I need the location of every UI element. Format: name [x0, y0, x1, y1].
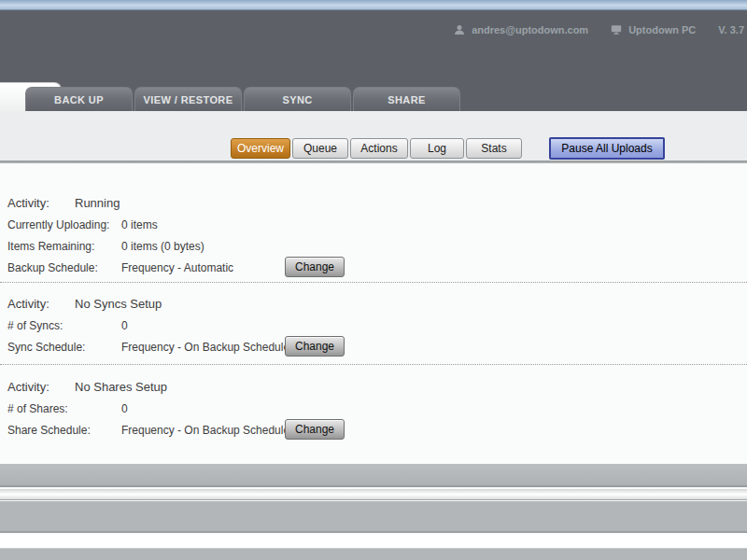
- tab-view-restore-label: VIEW / RESTORE: [144, 94, 233, 105]
- change-backup-schedule-button[interactable]: Change: [285, 257, 345, 277]
- row-label: Sync Schedule:: [7, 341, 121, 354]
- activity-label: Activity:: [7, 196, 56, 210]
- backup-activity-line: Activity:Running: [7, 196, 530, 210]
- change-share-schedule-button[interactable]: Change: [285, 419, 345, 440]
- row-label: Share Schedule:: [7, 424, 121, 437]
- bottom-status-bar: [0, 548, 747, 560]
- row-value: 0: [121, 402, 128, 415]
- section-divider: [0, 364, 747, 365]
- subtab-overview[interactable]: Overview: [231, 138, 290, 159]
- activity-label: Activity:: [7, 297, 56, 311]
- pause-all-uploads-button[interactable]: Pause All Uploads: [549, 137, 665, 160]
- share-activity-line: Activity:No Shares Setup: [7, 380, 530, 394]
- subtab-actions[interactable]: Actions: [350, 138, 408, 159]
- row-value: 0 items (0 bytes): [121, 240, 204, 253]
- row-label: # of Shares:: [7, 402, 121, 415]
- row-value: Frequency - Automatic: [121, 261, 233, 274]
- row-label: Items Remaining:: [7, 240, 121, 253]
- row-value: Frequency - On Backup Schedule: [121, 341, 289, 354]
- tab-sync[interactable]: SYNC: [244, 87, 351, 111]
- header-account-info: andres@uptodown.com Uptodown PC V. 3.7: [454, 24, 744, 35]
- row-label: # of Syncs:: [7, 319, 121, 332]
- activity-value: No Shares Setup: [75, 380, 167, 394]
- tab-back-up[interactable]: BACK UP: [25, 87, 133, 111]
- activity-value: No Syncs Setup: [75, 297, 162, 311]
- device-name: Uptodown PC: [628, 24, 696, 35]
- tab-share[interactable]: SHARE: [353, 87, 460, 111]
- section-sync-status: Activity:No Syncs Setup # of Syncs:0 Syn…: [7, 297, 530, 362]
- computer-icon: [611, 24, 622, 35]
- activity-label: Activity:: [7, 380, 56, 394]
- change-sync-schedule-button[interactable]: Change: [285, 336, 345, 357]
- tab-sync-label: SYNC: [282, 94, 312, 105]
- collapsed-panel-bar-2[interactable]: [0, 501, 747, 533]
- tab-back-up-label: BACK UP: [54, 94, 104, 105]
- window-titlebar-strip: [0, 0, 747, 10]
- panel-splitter-band: [0, 489, 747, 500]
- row-num-syncs: # of Syncs:0: [7, 319, 530, 337]
- activity-value: Running: [75, 196, 120, 210]
- row-value: 0: [121, 319, 128, 332]
- collapsed-panel-bar-1[interactable]: [0, 464, 747, 487]
- subtab-log[interactable]: Log: [410, 138, 464, 159]
- toolbar-divider: [0, 161, 747, 163]
- row-label: Currently Uploading:: [7, 218, 121, 231]
- row-value: Frequency - On Backup Schedule: [121, 424, 289, 437]
- section-share-status: Activity:No Shares Setup # of Shares:0 S…: [7, 380, 530, 445]
- row-share-schedule: Share Schedule:Frequency - On Backup Sch…: [7, 424, 530, 441]
- tab-view-restore[interactable]: VIEW / RESTORE: [134, 87, 242, 111]
- bottom-white-band: [0, 535, 747, 548]
- app-header: andres@uptodown.com Uptodown PC V. 3.7 B…: [0, 10, 747, 111]
- subtab-stats[interactable]: Stats: [466, 138, 522, 159]
- subtab-group: Overview Queue Actions Log Stats: [231, 138, 522, 159]
- row-num-shares: # of Shares:0: [7, 402, 530, 420]
- account-email: andres@uptodown.com: [472, 24, 588, 35]
- section-divider: [0, 282, 747, 283]
- row-backup-schedule: Backup Schedule:Frequency - Automatic Ch…: [7, 261, 530, 279]
- row-items-remaining: Items Remaining:0 items (0 bytes): [7, 240, 530, 258]
- row-currently-uploading: Currently Uploading:0 items: [7, 218, 530, 236]
- sync-activity-line: Activity:No Syncs Setup: [7, 297, 530, 311]
- user-icon: [454, 24, 465, 35]
- section-backup-status: Activity:Running Currently Uploading:0 i…: [7, 196, 530, 283]
- subtab-queue[interactable]: Queue: [292, 138, 348, 159]
- row-value: 0 items: [121, 218, 158, 231]
- tab-share-label: SHARE: [388, 94, 426, 105]
- row-label: Backup Schedule:: [7, 261, 121, 274]
- row-sync-schedule: Sync Schedule:Frequency - On Backup Sche…: [7, 341, 530, 358]
- app-version: V. 3.7: [718, 24, 744, 35]
